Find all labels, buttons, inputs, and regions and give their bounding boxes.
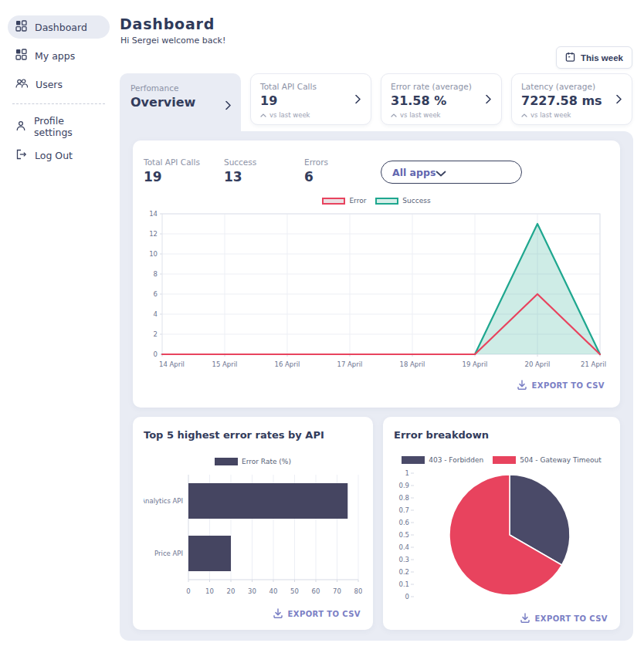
svg-text:Analytics API: Analytics API bbox=[144, 497, 183, 505]
sidebar-divider bbox=[12, 103, 105, 104]
export-csv-label: EXPORT TO CSV bbox=[532, 381, 605, 390]
svg-text:14 April: 14 April bbox=[159, 360, 185, 368]
chevron-up-icon bbox=[260, 111, 266, 119]
apps-filter-dropdown[interactable]: All apps bbox=[381, 161, 522, 184]
svg-text:50: 50 bbox=[290, 587, 299, 595]
sidebar-item-label: My apps bbox=[35, 50, 75, 62]
chevron-right-icon bbox=[486, 92, 491, 107]
svg-text:10: 10 bbox=[205, 587, 214, 595]
legend-item[interactable]: Error Rate (%) bbox=[215, 458, 291, 465]
dashboard-grid-icon bbox=[15, 20, 27, 34]
svg-text:0.5: 0.5 bbox=[398, 531, 409, 539]
svg-text:19 April: 19 April bbox=[463, 360, 488, 368]
svg-text:0: 0 bbox=[154, 350, 158, 358]
tab-total-api-calls[interactable]: Total API Calls 19 vs last week bbox=[250, 73, 371, 125]
line-chart: 0246810121414 April15 April16 April17 Ap… bbox=[144, 208, 609, 374]
export-csv-label: EXPORT TO CSV bbox=[288, 610, 361, 618]
sidebar-item-profile-settings[interactable]: Profile settings bbox=[8, 115, 110, 138]
svg-text:15 April: 15 April bbox=[212, 360, 238, 368]
stat-value: 6 bbox=[304, 169, 385, 184]
chevron-down-icon bbox=[436, 165, 446, 180]
period-selector-label: This week bbox=[581, 53, 623, 63]
error-rates-card: Top 5 highest error rates by API Error R… bbox=[133, 417, 373, 630]
legend-label: Success bbox=[402, 197, 430, 205]
stat-success: Success 13 bbox=[224, 157, 304, 184]
legend-label: Error bbox=[349, 197, 366, 205]
tab-value: 31.58 % bbox=[391, 93, 492, 108]
tab-trend-label: vs last week bbox=[400, 111, 441, 119]
svg-text:2: 2 bbox=[154, 330, 158, 338]
chevron-right-icon bbox=[616, 92, 622, 107]
content-panel: Total API Calls 19 Success 13 Errors 6 A… bbox=[120, 131, 633, 641]
bar-chart: 01020304050607080Analytics APIPrice API bbox=[144, 469, 362, 603]
tab-trend: vs last week bbox=[391, 111, 492, 119]
apps-filter-value: All apps bbox=[392, 167, 436, 178]
tab-label: Error rate (average) bbox=[391, 82, 492, 91]
svg-text:16 April: 16 April bbox=[275, 360, 300, 368]
sidebar-item-label: Dashboard bbox=[35, 22, 87, 33]
svg-text:12: 12 bbox=[149, 230, 158, 238]
export-csv-button-main[interactable]: EXPORT TO CSV bbox=[133, 380, 620, 391]
sidebar-item-log-out[interactable]: Log Out bbox=[8, 144, 110, 167]
svg-text:0: 0 bbox=[405, 593, 409, 601]
legend-label: 403 - Forbidden bbox=[429, 456, 483, 464]
svg-text:18 April: 18 April bbox=[400, 360, 425, 368]
dashboard-app: Dashboard My apps Users Profile settings bbox=[0, 0, 644, 653]
chevron-right-icon bbox=[355, 92, 361, 107]
tab-label: Total API Calls bbox=[260, 82, 361, 91]
svg-text:17 April: 17 April bbox=[337, 360, 363, 368]
error-rates-title: Top 5 highest error rates by API bbox=[133, 417, 373, 441]
svg-text:70: 70 bbox=[333, 587, 341, 595]
sidebar-item-label: Log Out bbox=[35, 150, 73, 161]
chevron-up-icon bbox=[391, 111, 397, 119]
calendar-icon bbox=[565, 52, 575, 63]
tab-latency[interactable]: Latency (average) 7227.58 ms vs last wee… bbox=[511, 73, 632, 125]
legend-swatch bbox=[375, 198, 398, 205]
export-csv-button-pie[interactable]: EXPORT TO CSV bbox=[383, 613, 620, 624]
svg-text:6: 6 bbox=[154, 290, 158, 298]
stat-value: 19 bbox=[144, 169, 224, 184]
legend-item[interactable]: 504 - Gateway Timeout bbox=[493, 456, 602, 464]
period-selector-button[interactable]: This week bbox=[556, 46, 632, 69]
stat-errors: Errors 6 bbox=[304, 157, 385, 184]
tab-error-rate[interactable]: Error rate (average) 31.58 % vs last wee… bbox=[381, 73, 502, 125]
legend-label: Error Rate (%) bbox=[242, 458, 291, 465]
svg-text:0.1: 0.1 bbox=[398, 580, 409, 588]
stat-label: Errors bbox=[304, 157, 385, 167]
stat-label: Total API Calls bbox=[144, 157, 224, 167]
stat-value: 13 bbox=[224, 169, 304, 184]
legend-item[interactable]: 403 - Forbidden bbox=[402, 456, 483, 464]
legend-label: 504 - Gateway Timeout bbox=[520, 456, 602, 464]
line-chart-svg: 0246810121414 April15 April16 April17 Ap… bbox=[144, 208, 609, 371]
export-csv-button-bar[interactable]: EXPORT TO CSV bbox=[133, 608, 373, 620]
error-breakdown-title: Error breakdown bbox=[383, 417, 620, 441]
apps-grid-icon bbox=[15, 49, 27, 63]
svg-text:20: 20 bbox=[227, 587, 236, 595]
svg-text:0.9: 0.9 bbox=[398, 482, 409, 489]
svg-text:40: 40 bbox=[269, 587, 278, 595]
stat-total-api-calls: Total API Calls 19 bbox=[144, 157, 224, 184]
legend-swatch bbox=[493, 456, 516, 464]
page-subtitle: Hi Sergei welcome back! bbox=[120, 36, 225, 46]
svg-text:30: 30 bbox=[248, 587, 256, 595]
tab-value: 7227.58 ms bbox=[521, 93, 622, 108]
tab-performance-overview[interactable]: Perfomance Overview bbox=[120, 73, 241, 131]
sidebar-item-label: Users bbox=[36, 79, 63, 90]
legend-item[interactable]: Error bbox=[322, 197, 366, 205]
tab-trend-label: vs last week bbox=[530, 111, 571, 119]
svg-text:80: 80 bbox=[354, 587, 362, 595]
profile-icon bbox=[15, 120, 26, 134]
line-chart-legend: ErrorSuccess bbox=[133, 197, 620, 205]
legend-item[interactable]: Success bbox=[375, 197, 430, 205]
sidebar-item-my-apps[interactable]: My apps bbox=[8, 44, 110, 67]
download-icon bbox=[520, 613, 530, 624]
sidebar-item-dashboard[interactable]: Dashboard bbox=[8, 15, 110, 39]
svg-text:0.7: 0.7 bbox=[398, 506, 409, 514]
svg-text:0.6: 0.6 bbox=[398, 519, 409, 526]
svg-text:0.8: 0.8 bbox=[398, 494, 409, 502]
pie-chart: 00.10.20.30.40.50.60.70.80.91 bbox=[394, 467, 609, 607]
tab-value: 19 bbox=[260, 93, 361, 108]
page-title: Dashboard bbox=[120, 15, 215, 32]
tab-value: Overview bbox=[130, 95, 230, 110]
sidebar-item-users[interactable]: Users bbox=[8, 73, 110, 96]
